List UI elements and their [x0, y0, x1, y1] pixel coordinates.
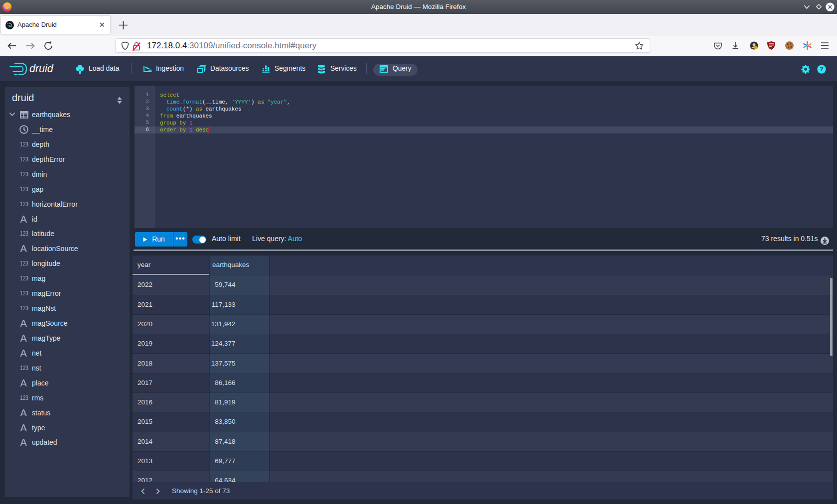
svg-text:?: ?: [820, 66, 823, 73]
